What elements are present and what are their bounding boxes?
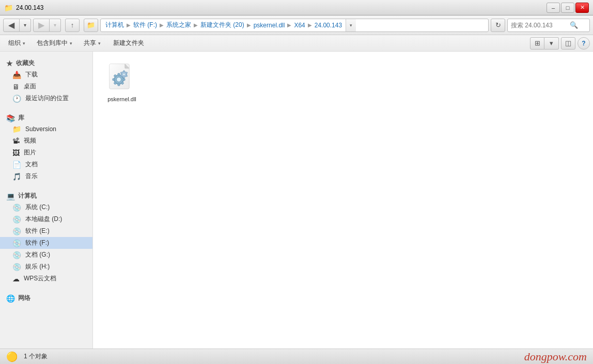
up-button[interactable]: ↑ xyxy=(65,19,80,32)
network-label: 网络 xyxy=(18,294,30,303)
help-button[interactable]: ? xyxy=(578,37,590,50)
sidebar-item-e-drive[interactable]: 💿 软件 (E:) xyxy=(0,225,92,237)
dll-file-icon xyxy=(107,63,136,94)
breadcrumb-software-f[interactable]: 软件 (F:) xyxy=(132,20,159,30)
video-label: 视频 xyxy=(24,136,36,145)
f-drive-icon: 💿 xyxy=(12,239,21,247)
h-drive-label: 娱乐 (H:) xyxy=(25,262,50,271)
divider-2 xyxy=(0,182,92,188)
sidebar-item-h-drive[interactable]: 💿 娱乐 (H:) xyxy=(0,261,92,273)
view-detail-button[interactable]: ▾ xyxy=(544,37,559,50)
sidebar-item-video[interactable]: 📽 视频 xyxy=(0,135,92,147)
search-input[interactable] xyxy=(511,22,568,29)
favorites-section: ★ 收藏夹 xyxy=(0,56,92,69)
menu-bar-right: ⊞ ▾ ◫ ? xyxy=(530,37,590,50)
breadcrumb-version[interactable]: 24.00.143 xyxy=(313,21,344,29)
preview-pane-button[interactable]: ◫ xyxy=(561,37,575,50)
documents-icon: 📄 xyxy=(12,161,21,169)
sidebar-item-recent[interactable]: 🕐 最近访问的位置 xyxy=(0,92,92,104)
g-drive-icon: 💿 xyxy=(12,251,21,259)
library-icon: 📚 xyxy=(6,114,15,122)
favorites-icon: ★ xyxy=(6,59,13,68)
f-drive-label: 软件 (F:) xyxy=(25,239,49,247)
d-drive-label: 本地磁盘 (D:) xyxy=(25,215,62,224)
back-button[interactable]: ◀ xyxy=(3,19,20,32)
folder-icon-btn[interactable]: 📁 xyxy=(84,19,98,32)
new-folder-button[interactable]: 新建文件夹 xyxy=(107,37,150,50)
g-drive-label: 文档 (G:) xyxy=(25,250,50,259)
svg-rect-13 xyxy=(113,78,115,81)
desktop-label: 桌面 xyxy=(24,82,36,91)
sidebar-item-g-drive[interactable]: 💿 文档 (G:) xyxy=(0,249,92,261)
view-button-group: ⊞ ▾ xyxy=(530,37,559,50)
share-arrow: ▾ xyxy=(98,41,101,46)
title-bar-left: 📁 24.00.143 xyxy=(4,4,43,12)
documents-label: 文档 xyxy=(25,160,38,169)
file-item-pskernel[interactable]: pskernel.dll xyxy=(101,60,143,105)
title-bar: 📁 24.00.143 – □ ✕ xyxy=(0,0,593,15)
status-bar: 🟡 1 个对象 dongpow.com xyxy=(0,349,593,364)
organize-arrow: ▾ xyxy=(23,41,25,46)
music-icon: 🎵 xyxy=(12,172,21,181)
svg-rect-20 xyxy=(123,77,124,78)
breadcrumb: 计算机 ▶ 软件 (F:) ▶ 系统之家 ▶ 新建文件夹 (20) ▶ pske… xyxy=(104,20,344,30)
back-dropdown[interactable]: ▾ xyxy=(20,19,31,32)
breadcrumb-system-home[interactable]: 系统之家 xyxy=(165,20,193,30)
breadcrumb-new-folder[interactable]: 新建文件夹 (20) xyxy=(199,20,246,30)
search-icon[interactable]: 🔍 xyxy=(570,21,578,29)
organize-menu[interactable]: 组织 ▾ xyxy=(3,37,30,50)
e-drive-icon: 💿 xyxy=(12,227,21,235)
organize-label: 组织 xyxy=(8,39,21,48)
sidebar-item-d-drive[interactable]: 💿 本地磁盘 (D:) xyxy=(0,213,92,225)
divider-3 xyxy=(0,284,92,291)
file-name-pskernel: pskernel.dll xyxy=(107,96,136,102)
sidebar-item-subversion[interactable]: 📁 Subversion xyxy=(0,123,92,135)
e-drive-label: 软件 (E:) xyxy=(25,227,50,235)
sidebar-item-pictures[interactable]: 🖼 图片 xyxy=(0,147,92,159)
close-button[interactable]: ✕ xyxy=(575,3,589,13)
minimize-button[interactable]: – xyxy=(547,3,560,13)
wps-cloud-label: WPS云文档 xyxy=(24,274,56,283)
content-area: pskernel.dll xyxy=(93,52,593,349)
share-menu[interactable]: 共享 ▾ xyxy=(79,37,106,50)
favorites-label: 收藏夹 xyxy=(16,59,35,68)
library-section: 📚 库 xyxy=(0,110,92,123)
svg-point-6 xyxy=(117,77,121,82)
svg-rect-7 xyxy=(118,73,120,75)
maximize-button[interactable]: □ xyxy=(561,3,574,13)
watermark: dongpow.com xyxy=(524,350,587,363)
network-section: 🌐 网络 xyxy=(0,291,92,304)
address-dropdown-btn[interactable]: ▾ xyxy=(346,19,356,32)
sidebar-item-documents[interactable]: 📄 文档 xyxy=(0,159,92,170)
breadcrumb-pskernel[interactable]: pskernel.dll xyxy=(252,21,287,29)
forward-dropdown[interactable]: ▾ xyxy=(50,19,61,32)
breadcrumb-computer[interactable]: 计算机 xyxy=(104,20,126,30)
title-bar-controls: – □ ✕ xyxy=(547,3,589,13)
sidebar: ★ 收藏夹 📥 下载 🖥 桌面 🕐 最近访问的位置 📚 库 📁 Subversi… xyxy=(0,52,93,349)
status-folder-icon: 🟡 xyxy=(6,351,18,362)
svg-rect-11 xyxy=(118,84,120,86)
include-library-menu[interactable]: 包含到库中 ▾ xyxy=(32,37,77,50)
video-icon: 📽 xyxy=(12,137,20,145)
address-bar[interactable]: 计算机 ▶ 软件 (F:) ▶ 系统之家 ▶ 新建文件夹 (20) ▶ pske… xyxy=(100,19,489,32)
recent-icon: 🕐 xyxy=(12,94,21,103)
divider-1 xyxy=(0,104,92,110)
sidebar-item-f-drive[interactable]: 💿 软件 (F:) xyxy=(0,237,92,249)
folder-icon: 📁 xyxy=(4,4,13,12)
menu-bar: 组织 ▾ 包含到库中 ▾ 共享 ▾ 新建文件夹 ⊞ ▾ ◫ ? xyxy=(0,35,593,52)
sidebar-item-downloads[interactable]: 📥 下载 xyxy=(0,69,92,81)
downloads-label: 下载 xyxy=(25,70,38,79)
refresh-button[interactable]: ↻ xyxy=(491,19,505,32)
sidebar-item-c-drive[interactable]: 💿 系统 (C:) xyxy=(0,201,92,213)
svg-rect-9 xyxy=(123,78,125,81)
sidebar-item-wps-cloud[interactable]: ☁ WPS云文档 xyxy=(0,273,92,284)
view-list-button[interactable]: ⊞ xyxy=(530,37,544,50)
nav-back-group: ◀ ▾ xyxy=(3,19,31,32)
breadcrumb-x64[interactable]: X64 xyxy=(292,21,306,29)
forward-button[interactable]: ▶ xyxy=(33,19,50,32)
toolbar: ◀ ▾ ▶ ▾ ↑ 📁 计算机 ▶ 软件 (F:) ▶ 系统之家 ▶ 新建文件夹… xyxy=(0,15,593,35)
sidebar-item-desktop[interactable]: 🖥 桌面 xyxy=(0,81,92,92)
sidebar-item-music[interactable]: 🎵 音乐 xyxy=(0,170,92,182)
search-box: 🔍 xyxy=(507,19,590,32)
downloads-icon: 📥 xyxy=(12,71,21,79)
